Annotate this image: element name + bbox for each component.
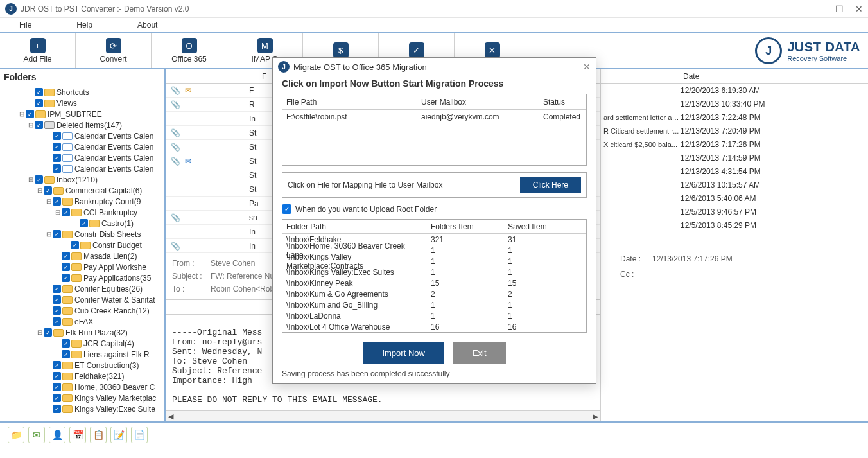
folders-header: Folders — [0, 69, 164, 85]
tree-item[interactable]: ✓Constr Budget — [0, 240, 164, 251]
grid2-row: \Inbox\Kinney Peak1515 — [282, 277, 586, 288]
brand: J JUST DATA Recovery Software — [755, 37, 868, 64]
menu-help[interactable]: Help — [76, 21, 92, 30]
tree-item[interactable]: ✓Masada Lien(2) — [0, 251, 164, 261]
menu-about[interactable]: About — [137, 21, 157, 30]
status-icon-5[interactable]: 📋 — [90, 427, 107, 443]
status-icon-7[interactable]: 📄 — [131, 427, 148, 443]
brand-logo-icon: J — [755, 37, 782, 64]
hscrollbar[interactable]: ◀▶ — [166, 410, 600, 421]
grid2-row: \Inbox\Lot 4 Office Warehouse1616 — [282, 321, 586, 332]
tree-item[interactable]: ✓Calendar Events Calen — [0, 163, 164, 174]
tree-item[interactable]: ✓Castro(1) — [0, 218, 164, 229]
tree-item[interactable]: ✓Cub Creek Ranch(12) — [0, 305, 164, 316]
titlebar: J JDR OST to PST Converter :- Demo Versi… — [0, 0, 868, 18]
tree-item[interactable]: ✓Kings Valley:Exec Suite — [0, 403, 164, 414]
subject-label: Subject : — [172, 272, 211, 281]
tree-item[interactable]: ✓Conifer Water & Sanitat — [0, 294, 164, 305]
right-row[interactable]: 12/5/2013 9:46:57 PM — [601, 205, 868, 218]
grid2-row: \Inbox\Kum & Go Agreements22 — [282, 288, 586, 299]
dialog-status-text: Saving process has been completed succes… — [282, 364, 587, 378]
checkbox-icon[interactable]: ✓ — [282, 204, 291, 214]
checkbox-label: When do you want to Upload Root Folder — [295, 205, 437, 214]
tree-item[interactable]: ✓Calendar Events Calen — [0, 130, 164, 141]
tree-item[interactable]: ⊟✓Commercial Capital(6) — [0, 185, 164, 196]
tree-item[interactable]: ✓Kings Valley Marketplac — [0, 392, 164, 403]
tree-item[interactable]: ✓Calendar Events Calen — [0, 141, 164, 152]
close-button[interactable]: ✕ — [855, 4, 863, 14]
tree-item[interactable]: ✓Conifer Equities(26) — [0, 283, 164, 294]
right-header: Date — [601, 69, 868, 84]
tree-item[interactable]: ✓Feldhake(321) — [0, 371, 164, 382]
from-label: From : — [172, 259, 211, 268]
grid2-hdr-path: Folder Path — [282, 222, 427, 231]
right-row[interactable]: 12/6/2013 5:40:06 AM — [601, 191, 868, 205]
dialog-titlebar: J Migrate OST to Office 365 Migration ✕ — [273, 58, 596, 76]
import-now-button[interactable]: Import Now — [363, 342, 444, 364]
mapping-row: Click on File for Mapping File to User M… — [282, 172, 587, 198]
tree-item[interactable]: ✓Calendar Events Calen — [0, 152, 164, 163]
grid1-row[interactable]: F:\ostfile\robin.pstaiednjb@verykvm.comC… — [282, 110, 586, 124]
toolbar-btn-0[interactable]: +Add File — [0, 33, 76, 68]
right-row[interactable]: 12/13/2013 7:14:59 PM — [601, 151, 868, 164]
tree-item[interactable]: ⊟✓Inbox(1210) — [0, 174, 164, 185]
grid1-hdr-path: File Path — [282, 98, 417, 107]
mapping-text: Click on File for Mapping File to User M… — [288, 181, 442, 189]
right-row[interactable]: 12/13/2013 4:31:54 PM — [601, 164, 868, 178]
app-logo-icon: J — [5, 3, 17, 15]
tree-item[interactable]: ✓Liens against Elk R — [0, 349, 164, 360]
grid2-row: \Inbox\Kings Valley:Exec Suites11 — [282, 267, 586, 277]
grid1-hdr-mailbox: User Mailbox — [417, 98, 539, 107]
toolbar-btn-1[interactable]: ⟳Convert — [76, 33, 152, 68]
tree-item[interactable]: ⊟✓Deleted Items(147) — [0, 119, 164, 130]
right-row[interactable]: 12/5/2013 8:45:29 PM — [601, 218, 868, 232]
brand-line2: Recovery Software — [787, 55, 860, 62]
tree-item[interactable]: ⊟✓Elk Run Plaza(32) — [0, 327, 164, 338]
migration-dialog: J Migrate OST to Office 365 Migration ✕ … — [272, 57, 596, 384]
tree-item[interactable]: ✓eFAX — [0, 316, 164, 327]
right-row[interactable]: 12/20/2013 6:19:30 AM — [601, 84, 868, 97]
maximize-button[interactable]: ☐ — [835, 4, 844, 14]
menubar: File Help About — [0, 18, 868, 32]
file-mailbox-grid: File Path User Mailbox Status F:\ostfile… — [282, 94, 587, 166]
minimize-button[interactable]: — — [815, 4, 824, 14]
grid2-row: \Inbox\Kings Valley Marketplace:Contract… — [282, 256, 586, 267]
right-row[interactable]: ard settlement letter ag...12/13/2013 7:… — [601, 110, 868, 124]
status-icon-2[interactable]: ✉ — [28, 427, 45, 443]
tree-item[interactable]: ✓Shortcuts — [0, 87, 164, 98]
tree-item[interactable]: ✓ET Construction(3) — [0, 360, 164, 371]
toolbar-btn-2[interactable]: OOffice 365 — [152, 33, 227, 68]
dialog-close-button[interactable]: ✕ — [583, 62, 591, 72]
right-row[interactable]: 12/13/2013 10:33:40 PM — [601, 97, 868, 110]
status-icon-6[interactable]: 📝 — [110, 427, 127, 443]
grid2-hdr-saved: Saved Item — [504, 222, 586, 231]
tree-item[interactable]: ✓Home, 30360 Beaver C — [0, 382, 164, 392]
click-here-button[interactable]: Click Here — [520, 177, 581, 193]
dialog-title: Migrate OST to Office 365 Migration — [293, 62, 427, 72]
tree-item[interactable]: ⊟✓IPM_SUBTREE — [0, 109, 164, 119]
detail-cc-label: Cc : — [620, 270, 652, 279]
tree-item[interactable]: ✓Pay Appl Workshe — [0, 261, 164, 272]
right-row[interactable]: X citicard $2,500 bala...12/13/2013 7:17… — [601, 137, 868, 151]
right-row[interactable]: 12/6/2013 10:15:57 AM — [601, 178, 868, 191]
tree-item[interactable]: ⊟✓Bankruptcy Court(9 — [0, 196, 164, 207]
tree-item[interactable]: ✓Pay Applications(35 — [0, 272, 164, 283]
status-icon-4[interactable]: 📅 — [69, 427, 86, 443]
status-icon-3[interactable]: 👤 — [49, 427, 65, 443]
grid2-row: \Inbox\LaDonna11 — [282, 310, 586, 321]
to-label: To : — [172, 285, 211, 294]
upload-root-checkbox-row[interactable]: ✓ When do you want to Upload Root Folder — [282, 204, 587, 214]
tree-item[interactable]: ✓JCR Capital(4) — [0, 338, 164, 349]
status-icon-1[interactable]: 📁 — [8, 427, 24, 443]
right-row[interactable]: R Citicard settlement r...12/13/2013 7:2… — [601, 124, 868, 137]
menu-file[interactable]: File — [19, 21, 31, 30]
dialog-logo-icon: J — [278, 61, 290, 73]
from-value: Steve Cohen — [211, 259, 255, 268]
tree-item[interactable]: ⊟✓Constr Disb Sheets — [0, 229, 164, 240]
tree-item[interactable]: ⊟✓CCI Bankruptcy — [0, 207, 164, 218]
exit-button[interactable]: Exit — [453, 342, 506, 364]
grid2-hdr-folders: Folders Item — [427, 222, 504, 231]
tree-item[interactable]: ✓Views — [0, 98, 164, 109]
statusbar: 📁 ✉ 👤 📅 📋 📝 📄 — [0, 421, 868, 447]
folder-tree[interactable]: ✓Shortcuts✓Views⊟✓IPM_SUBTREE⊟✓Deleted I… — [0, 85, 164, 421]
